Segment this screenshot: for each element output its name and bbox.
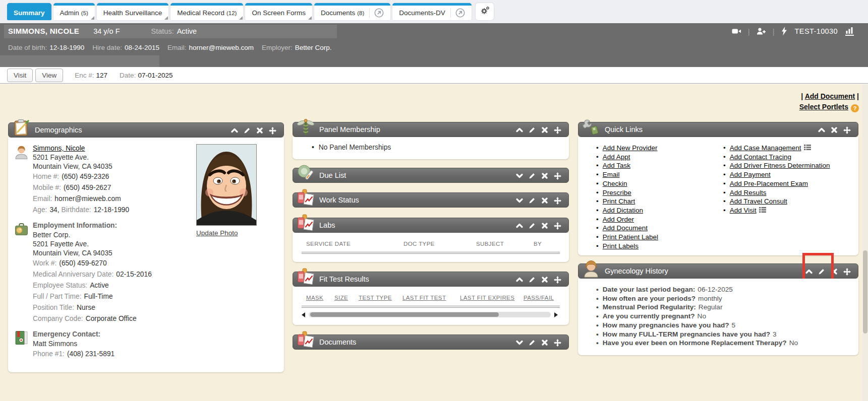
portlet-header-panel-membership[interactable]: Panel Membership	[293, 122, 569, 137]
scrollbar-thumb[interactable]	[310, 312, 499, 317]
close-icon[interactable]	[541, 172, 548, 180]
quick-link-add-payment[interactable]: Add Payment	[730, 170, 771, 179]
expand-icon[interactable]	[516, 172, 523, 180]
quick-link-add-results[interactable]: Add Results	[730, 188, 767, 197]
portlet-header-demographics[interactable]: Demographics	[8, 122, 284, 138]
quick-link-add-task[interactable]: Add Task	[603, 161, 630, 170]
quick-link-add-new-provider[interactable]: Add New Provider	[603, 144, 658, 153]
move-icon[interactable]	[554, 172, 561, 180]
portlet-header-documents[interactable]: Documents	[293, 335, 569, 350]
quick-link-add-order[interactable]: Add Order	[603, 215, 634, 224]
portlet-header-quick-links[interactable]: Quick Links	[578, 122, 858, 137]
portlet-header-gynecology-history[interactable]: Gynecology History	[578, 263, 858, 279]
enc-number-label: Enc #:	[75, 72, 94, 79]
collapse-icon[interactable]	[516, 276, 523, 284]
move-icon[interactable]	[554, 276, 561, 284]
quick-link-add-case-management[interactable]: Add Case Management	[730, 144, 801, 153]
collapse-icon[interactable]	[516, 126, 523, 134]
field-label: Email:	[33, 195, 52, 203]
view-button[interactable]: View	[35, 69, 63, 82]
edit-icon[interactable]	[529, 339, 536, 347]
tab-summary[interactable]: Summary	[7, 3, 51, 20]
tab-on-screen-forms[interactable]: On Screen Forms	[245, 3, 312, 20]
portlet-header-work-status[interactable]: Work Status	[293, 192, 569, 208]
column-header-size[interactable]: SIZE	[334, 295, 348, 301]
close-icon[interactable]	[541, 197, 548, 205]
page-scrollbar-thumb[interactable]	[863, 250, 867, 333]
video-camera-icon[interactable]	[732, 27, 741, 35]
quick-link-add-contact-tracing[interactable]: Add Contact Tracing	[730, 153, 791, 162]
portlet-header-labs[interactable]: Labs	[293, 218, 569, 233]
patient-identity-row: SIMMONS, NICOLE 34 y/o F Status: Active	[8, 27, 197, 35]
close-icon[interactable]	[831, 126, 838, 134]
expand-icon[interactable]	[516, 197, 523, 205]
add-document-link[interactable]: Add Document	[805, 92, 855, 100]
bar-chart-icon[interactable]	[845, 27, 854, 36]
scrollbar-track[interactable]	[309, 312, 551, 317]
close-icon[interactable]	[256, 127, 263, 135]
page-scrollbar[interactable]	[862, 84, 868, 401]
expand-icon[interactable]	[516, 339, 523, 347]
tab-health-surveillance[interactable]: Health Surveillance	[97, 3, 168, 20]
portlet-header-due-list[interactable]: Due List	[293, 168, 569, 183]
quick-link-add-driver-fitness-determination[interactable]: Add Driver Fitness Determination	[730, 161, 830, 170]
column-header-test-type[interactable]: TEST TYPE	[359, 295, 392, 301]
edit-icon[interactable]	[529, 172, 536, 180]
move-icon[interactable]	[843, 126, 851, 134]
quick-link-email[interactable]: Email	[603, 170, 620, 179]
column-header-pass-fail[interactable]: PASS/FAIL	[524, 295, 554, 301]
lightning-icon[interactable]	[781, 27, 787, 36]
scroll-left-icon[interactable]	[302, 312, 305, 317]
tab-settings-button[interactable]	[476, 3, 494, 20]
column-header-last-fit-expires[interactable]: LAST FIT EXPIRES	[460, 295, 514, 301]
edit-icon[interactable]	[244, 127, 251, 135]
close-icon[interactable]	[541, 222, 548, 230]
close-icon[interactable]	[831, 268, 838, 276]
move-icon[interactable]	[554, 197, 561, 205]
quick-link-add-dictation[interactable]: Add Dictation	[603, 206, 643, 215]
popout-icon[interactable]	[450, 8, 465, 18]
edit-icon[interactable]	[818, 268, 825, 276]
move-icon[interactable]	[554, 222, 561, 230]
edit-icon[interactable]	[529, 276, 536, 284]
quick-link-add-appt[interactable]: Add Appt	[603, 153, 630, 162]
edit-icon[interactable]	[529, 222, 536, 230]
popout-icon[interactable]	[369, 8, 384, 18]
quick-link-prescribe[interactable]: Prescribe	[603, 188, 631, 197]
patient-name-link[interactable]: Simmons, Nicole	[33, 145, 85, 152]
quick-link-add-pre-placement-exam[interactable]: Add Pre-Placement Exam	[730, 179, 808, 188]
quick-link-print-chart[interactable]: Print Chart	[603, 197, 635, 206]
collapse-icon[interactable]	[818, 126, 825, 134]
visit-button[interactable]: Visit	[7, 69, 33, 82]
quick-link-print-patient-label[interactable]: Print Patient Label	[603, 233, 658, 242]
collapse-icon[interactable]	[805, 268, 813, 276]
tab-admin[interactable]: Admin(5)	[53, 3, 95, 20]
move-icon[interactable]	[269, 127, 276, 135]
close-icon[interactable]	[541, 276, 548, 284]
collapse-icon[interactable]	[231, 127, 238, 135]
edit-icon[interactable]	[529, 197, 536, 205]
close-icon[interactable]	[541, 126, 548, 134]
column-header-last-fit-test[interactable]: LAST FIT TEST	[402, 295, 446, 301]
portlet-header-fit-test-results[interactable]: Fit Test Results	[293, 272, 569, 287]
column-header-mask[interactable]: MASK	[306, 295, 323, 301]
quick-link-checkin[interactable]: Checkin	[603, 179, 627, 188]
move-icon[interactable]	[843, 268, 851, 276]
collapse-icon[interactable]	[516, 222, 523, 230]
scroll-right-icon[interactable]	[554, 312, 558, 317]
quick-link-print-labels[interactable]: Print Labels	[603, 242, 639, 251]
quick-link-add-document[interactable]: Add Document	[603, 224, 648, 233]
tab-documents[interactable]: Documents(8)	[314, 3, 390, 20]
update-photo-link[interactable]: Update Photo	[196, 229, 238, 237]
tab-documents-dv[interactable]: Documents-DV	[392, 3, 472, 20]
add-person-icon[interactable]	[757, 27, 766, 35]
move-icon[interactable]	[554, 126, 561, 134]
quick-link-add-travel-consult[interactable]: Add Travel Consult	[730, 197, 787, 206]
quick-link-add-visit[interactable]: Add Visit	[730, 206, 757, 215]
move-icon[interactable]	[554, 339, 561, 347]
edit-icon[interactable]	[529, 126, 536, 134]
tab-medical-record[interactable]: Medical Record(12)	[170, 3, 243, 20]
select-portlets-link[interactable]: Select Portlets	[799, 103, 848, 111]
help-icon[interactable]: ?	[851, 104, 859, 112]
close-icon[interactable]	[541, 339, 548, 347]
